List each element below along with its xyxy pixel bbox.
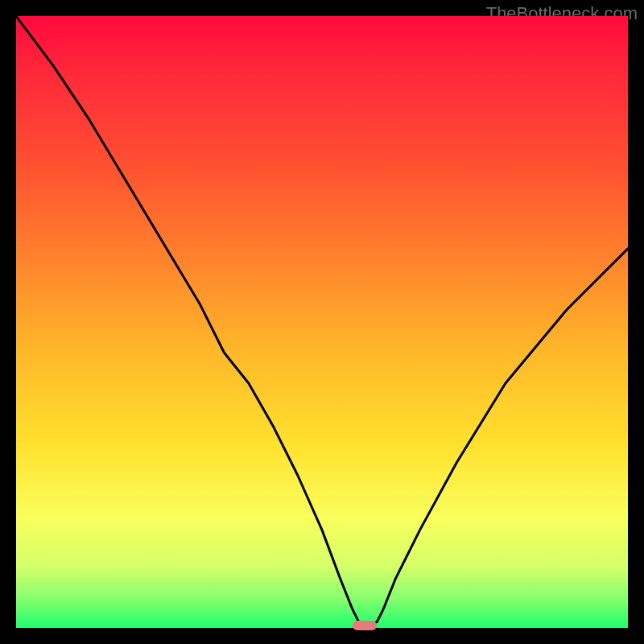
curve-path xyxy=(16,16,628,625)
bottleneck-curve xyxy=(16,16,628,628)
optimal-marker xyxy=(353,621,377,630)
plot-area xyxy=(16,16,628,628)
chart-stage: TheBottleneck.com xyxy=(0,0,644,644)
